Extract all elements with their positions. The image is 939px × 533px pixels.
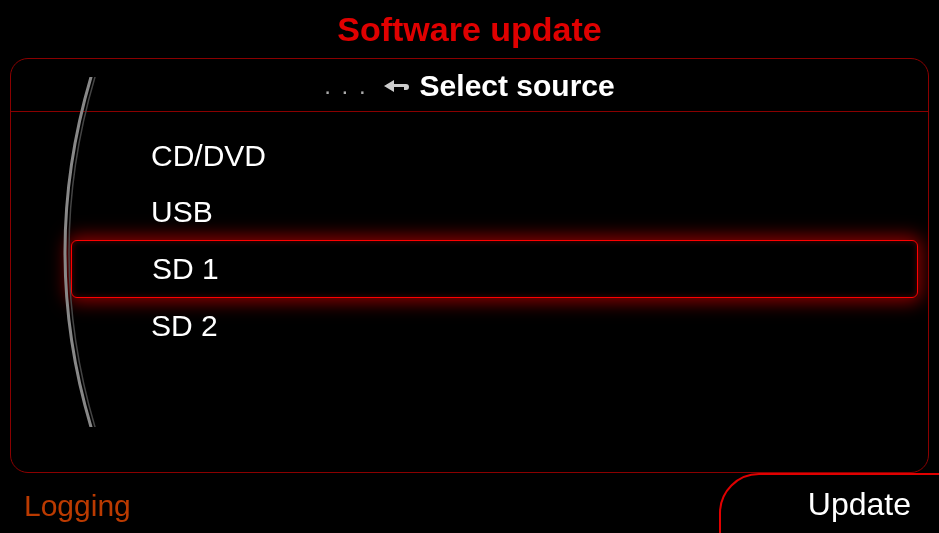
breadcrumb[interactable]: . . . Select source: [11, 59, 928, 112]
back-arrow-icon: [378, 76, 410, 96]
list-item-label: CD/DVD: [151, 139, 266, 172]
source-item-cddvd[interactable]: CD/DVD: [131, 128, 928, 184]
source-item-sd1[interactable]: SD 1: [71, 240, 918, 298]
update-label: Update: [758, 478, 939, 533]
list-item-label: SD 1: [152, 252, 219, 285]
logging-button[interactable]: Logging: [0, 479, 155, 533]
source-list: CD/DVD USB SD 1 SD 2: [11, 112, 928, 354]
list-item-label: USB: [151, 195, 213, 228]
list-item-label: SD 2: [151, 309, 218, 342]
page-title: Software update: [0, 0, 939, 57]
update-button[interactable]: Update: [758, 478, 939, 533]
footer: Logging Update: [0, 473, 939, 533]
main-panel: . . . Select source CD/DVD USB SD 1 SD 2: [10, 58, 929, 473]
breadcrumb-label: Select source: [420, 69, 615, 103]
breadcrumb-dots: . . .: [324, 72, 367, 100]
logging-label: Logging: [24, 489, 131, 522]
source-item-sd2[interactable]: SD 2: [131, 298, 928, 354]
source-item-usb[interactable]: USB: [131, 184, 928, 240]
